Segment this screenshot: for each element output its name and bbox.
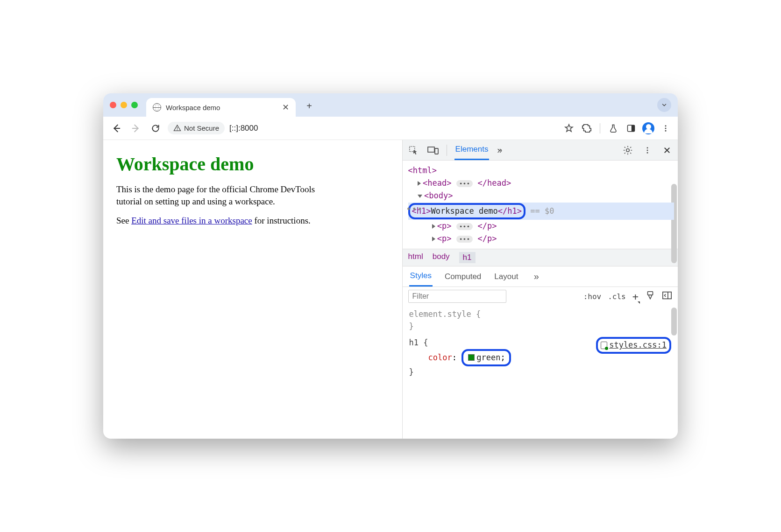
styles-tabbar: Styles Computed Layout » [403, 266, 678, 287]
dom-p1-open[interactable]: <p> [437, 221, 452, 231]
dom-breadcrumb: html body h1 [403, 249, 678, 266]
chrome-menu-button[interactable] [659, 122, 672, 135]
dom-h1-text: Workspace demo [431, 206, 498, 216]
expand-head-icon[interactable] [418, 181, 421, 186]
address-bar[interactable]: Not Secure [::]:8000 [168, 122, 575, 135]
ellipsis-icon[interactable]: ••• [456, 180, 473, 187]
breadcrumb-h1[interactable]: h1 [459, 252, 476, 263]
content-area: Workspace demo This is the demo page for… [103, 140, 678, 439]
minimize-window-button[interactable] [121, 102, 127, 108]
security-label: Not Secure [184, 124, 219, 132]
tab-strip: Workspace demo ✕ + [103, 93, 678, 117]
workspace-tutorial-link[interactable]: Edit and save files in a workspace [131, 216, 252, 225]
close-window-button[interactable] [110, 102, 116, 108]
tab-elements[interactable]: Elements [454, 140, 490, 160]
more-styles-tabs-icon[interactable]: » [530, 271, 542, 283]
dom-tree[interactable]: <html> <head> ••• </head> <body> ••• <h1… [403, 161, 678, 249]
window-controls [110, 102, 138, 108]
dom-h1-close: </h1> [498, 206, 522, 216]
browser-window: Workspace demo ✕ + Not Secure [::]:8000 [103, 93, 678, 439]
svg-point-13 [647, 152, 648, 153]
styles-scrollbar[interactable] [671, 308, 677, 336]
dom-head-close: </head> [477, 178, 511, 188]
svg-point-1 [177, 129, 178, 130]
url-text: [::]:8000 [229, 124, 258, 133]
expand-p1-icon[interactable] [432, 224, 435, 229]
devtools-settings-icon[interactable] [622, 144, 634, 156]
cls-button[interactable]: .cls [608, 292, 626, 301]
inspect-element-icon[interactable] [407, 144, 419, 156]
devtools-separator [447, 145, 447, 156]
color-swatch-icon[interactable] [468, 354, 475, 361]
expand-p2-icon[interactable] [432, 237, 435, 241]
dom-p2-open[interactable]: <p> [437, 234, 452, 243]
svg-rect-8 [428, 147, 434, 152]
new-tab-button[interactable]: + [302, 99, 316, 113]
dom-selected-row[interactable]: ••• <h1>Workspace demo</h1> == $0 [408, 203, 674, 220]
styles-filter-input[interactable] [408, 290, 506, 303]
element-style-open[interactable]: element.style { [409, 308, 671, 321]
svg-point-10 [626, 148, 629, 151]
para2-suffix: for instructions. [252, 216, 311, 225]
device-toolbar-icon[interactable] [427, 144, 439, 156]
close-tab-icon[interactable]: ✕ [282, 102, 289, 112]
paint-flashing-icon[interactable] [645, 290, 655, 302]
styles-body[interactable]: element.style { } h1 { styles.css:1 colo… [403, 306, 678, 381]
tab-computed[interactable]: Computed [444, 267, 482, 286]
ellipsis-icon[interactable]: ••• [456, 236, 473, 243]
extensions-icon[interactable] [580, 122, 593, 135]
forward-button[interactable] [128, 121, 143, 136]
tab-layout[interactable]: Layout [493, 267, 519, 286]
page-paragraph-1: This is the demo page for the official C… [116, 183, 341, 207]
toggle-sidebar-icon[interactable] [662, 291, 672, 302]
collapse-body-icon[interactable] [418, 195, 422, 198]
devtools-close-icon[interactable] [661, 144, 673, 156]
dom-p2-close: </p> [477, 234, 497, 243]
browser-tab[interactable]: Workspace demo ✕ [146, 98, 296, 117]
styles-toolbar: :hov .cls + [403, 287, 678, 306]
breadcrumb-body[interactable]: body [433, 252, 450, 263]
file-icon [601, 342, 607, 349]
rendered-page: Workspace demo This is the demo page for… [103, 140, 402, 439]
dom-head-open[interactable]: <head> [423, 178, 451, 188]
color-value-highlight: green; [462, 349, 511, 367]
svg-rect-9 [435, 148, 438, 154]
row-actions-icon[interactable]: ••• [406, 203, 424, 216]
globe-icon [153, 103, 161, 112]
svg-point-11 [647, 147, 648, 148]
svg-point-6 [665, 130, 667, 131]
devtools-menu-icon[interactable] [641, 144, 653, 156]
dom-body-open[interactable]: <body> [424, 191, 453, 200]
devtools-tabbar: Elements » [403, 140, 678, 161]
back-button[interactable] [109, 121, 124, 136]
svg-point-12 [647, 149, 648, 151]
maximize-window-button[interactable] [131, 102, 138, 108]
toolbar-divider [600, 123, 600, 133]
tab-styles[interactable]: Styles [409, 266, 433, 287]
hov-button[interactable]: :hov [583, 292, 602, 301]
labs-icon[interactable] [607, 122, 620, 135]
h1-selector: h1 { [409, 338, 428, 347]
dom-scrollbar[interactable] [671, 184, 677, 263]
more-tabs-icon[interactable]: » [497, 144, 509, 156]
security-chip[interactable]: Not Secure [168, 122, 225, 134]
dom-html-open[interactable]: <html> [408, 166, 437, 175]
source-link[interactable]: styles.css:1 [596, 337, 671, 354]
tab-title: Workspace demo [166, 104, 277, 112]
breadcrumb-html[interactable]: html [408, 252, 423, 263]
source-link-text: styles.css:1 [609, 340, 667, 350]
bookmark-star-icon[interactable] [562, 122, 575, 135]
profile-avatar[interactable] [642, 122, 654, 134]
page-paragraph-2: See Edit and save files in a workspace f… [116, 215, 341, 227]
svg-rect-14 [648, 292, 653, 295]
ellipsis-icon[interactable]: ••• [456, 223, 473, 230]
dom-p1-close: </p> [477, 221, 497, 231]
svg-point-5 [665, 127, 667, 129]
reload-button[interactable] [148, 121, 163, 136]
h1-rule-row[interactable]: h1 { styles.css:1 [409, 337, 671, 349]
side-panel-icon[interactable] [625, 122, 638, 135]
tab-overflow-button[interactable] [657, 98, 671, 112]
chevron-down-icon [661, 102, 667, 108]
css-value-green: green [476, 353, 500, 362]
new-style-rule-button[interactable]: + [632, 291, 639, 302]
